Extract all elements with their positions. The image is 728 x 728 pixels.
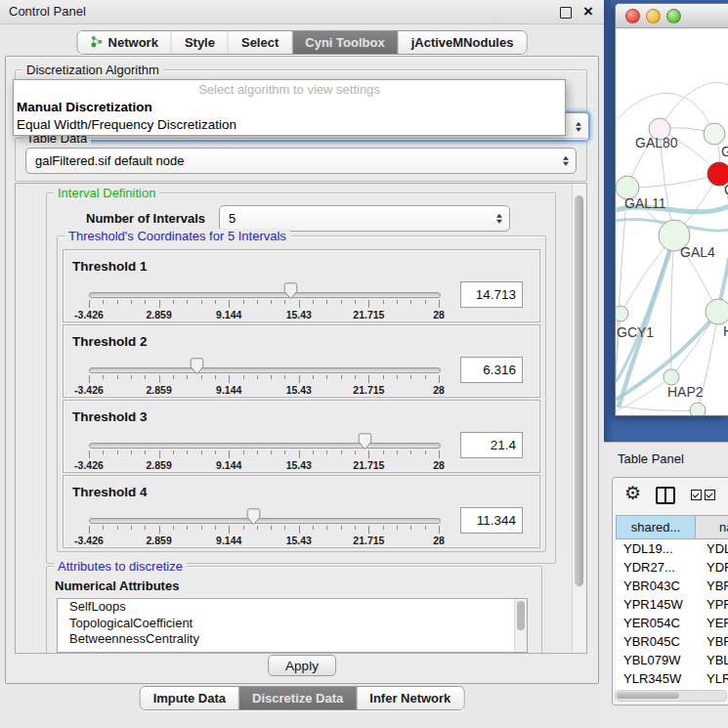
slider-thumb[interactable]: [246, 508, 261, 526]
column-header-shared-name[interactable]: shared...: [616, 515, 696, 539]
tick-mark: [425, 450, 426, 454]
table-row[interactable]: YDR27...YDR2: [616, 558, 728, 577]
network-node-gcy1[interactable]: [616, 306, 628, 321]
network-node-hap2[interactable]: [664, 369, 679, 385]
tab-infer-network[interactable]: Infer Network: [357, 687, 463, 709]
tick-label: 9.144: [216, 459, 241, 471]
split-columns-icon[interactable]: [656, 487, 675, 504]
tick-mark: [326, 526, 327, 530]
table-row[interactable]: YLR345WYLR3: [616, 669, 728, 688]
column-header-name[interactable]: na: [696, 515, 728, 539]
scrollbar-thumb[interactable]: [517, 601, 525, 630]
tab-jactivemnodules[interactable]: jActiveMNodules: [399, 31, 527, 54]
cell-name: YPR1: [702, 595, 728, 614]
tab-label: Infer Network: [369, 691, 450, 706]
table-panel-title: Table Panel: [618, 451, 684, 466]
minimize-traffic-light-icon[interactable]: [646, 9, 661, 23]
tick-mark: [257, 375, 258, 379]
table-row[interactable]: YER054CYER0: [616, 614, 728, 632]
tab-network[interactable]: Network: [78, 31, 172, 54]
slider-thumb[interactable]: [283, 282, 298, 300]
gear-icon[interactable]: ⚙: [624, 482, 641, 503]
table-row[interactable]: YPR145WYPR1: [616, 595, 728, 614]
tab-cyni-toolbox[interactable]: Cyni Toolbox: [292, 31, 398, 54]
combo-arrows-icon: [496, 213, 502, 224]
table-data-combobox[interactable]: galFiltered.sif default node: [25, 148, 577, 174]
tick-mark: [145, 375, 146, 379]
tab-select[interactable]: Select: [229, 31, 292, 54]
node-label: GA: [721, 144, 728, 159]
threshold-value-input[interactable]: 21.4: [460, 432, 523, 458]
scrollbar-thumb[interactable]: [575, 195, 583, 586]
network-edge[interactable]: [660, 82, 728, 129]
table-row[interactable]: YBR045CYBR0: [616, 632, 728, 651]
tick-mark: [89, 526, 90, 534]
apply-button[interactable]: Apply: [268, 655, 336, 676]
node-label: GAL4: [680, 244, 715, 260]
tab-label: Impute Data: [153, 691, 226, 706]
tick-mark: [284, 300, 285, 304]
network-edge[interactable]: [627, 174, 719, 188]
tick-mark: [89, 300, 90, 308]
network-node-h[interactable]: [706, 299, 728, 324]
table-row[interactable]: YBL079WYBL0: [616, 651, 728, 669]
checkbox-icon[interactable]: [691, 490, 702, 500]
table-row[interactable]: YBR043CYBR0: [616, 577, 728, 595]
network-view-window: GAL80GACGAL11GAL4GCY1HHAP2: [615, 3, 728, 416]
slider-track[interactable]: [89, 443, 441, 449]
cell-shared-name: YBL079W: [616, 651, 702, 669]
table-horizontal-scrollbar[interactable]: [615, 690, 727, 702]
pane-vertical-scrollbar[interactable]: [572, 184, 586, 653]
threshold-row-3: Threshold 3-3.4262.8599.14415.4321.71528…: [63, 400, 540, 473]
tick-label: 9.144: [216, 535, 241, 546]
tick-mark: [410, 300, 411, 304]
threshold-value-input[interactable]: 14.713: [460, 281, 523, 308]
tab-label: Style: [185, 35, 215, 50]
network-window-titlebar[interactable]: [616, 4, 728, 28]
tick-mark: [243, 375, 244, 379]
slider-track[interactable]: [89, 367, 441, 373]
tick-mark: [368, 450, 369, 458]
tab-style[interactable]: Style: [172, 31, 229, 54]
tick-label: -3.426: [74, 459, 104, 471]
tick-mark: [397, 526, 398, 530]
tick-mark: [326, 300, 327, 304]
panel-title: Control Panel: [9, 0, 86, 23]
float-window-icon[interactable]: [560, 7, 572, 19]
table-row[interactable]: YDL19...YDL1: [616, 539, 728, 558]
tab-discretize-data[interactable]: Discretize Data: [239, 687, 357, 709]
tick-mark: [383, 450, 384, 454]
zoom-traffic-light-icon[interactable]: [666, 9, 681, 23]
tick-mark: [299, 300, 300, 308]
network-node-ga[interactable]: [704, 123, 725, 145]
network-graph-canvas[interactable]: GAL80GACGAL11GAL4GCY1HHAP2: [616, 28, 728, 415]
scrollbar-thumb[interactable]: [617, 692, 679, 699]
tick-mark: [410, 375, 411, 379]
tick-mark: [229, 375, 230, 383]
dropdown-option-equal-width-frequency-discretization[interactable]: Equal Width/Frequency Discretization: [14, 116, 565, 134]
attribute-item-topologicalcoefficient[interactable]: TopologicalCoefficient: [58, 616, 527, 632]
cell-shared-name: YBR045C: [616, 632, 702, 651]
number-of-intervals-combobox[interactable]: 5: [219, 205, 510, 232]
checkbox-icon[interactable]: [705, 490, 715, 500]
slider-thumb[interactable]: [190, 358, 204, 375]
slider-track[interactable]: [89, 518, 441, 524]
threshold-value-input[interactable]: 11.344: [460, 507, 523, 534]
attribute-item-selfloops[interactable]: SelfLoops: [58, 599, 527, 616]
network-node[interactable]: [690, 403, 706, 415]
slider-thumb[interactable]: [358, 433, 372, 450]
tab-impute-data[interactable]: Impute Data: [141, 687, 239, 709]
attributes-list[interactable]: SelfLoopsTopologicalCoefficientBetweenne…: [57, 598, 528, 653]
threshold-row-2: Threshold 2-3.4262.8599.14415.4321.71528…: [63, 324, 540, 398]
dropdown-option-manual-discretization[interactable]: Manual Discretization: [14, 99, 565, 116]
threshold-label: Threshold 1: [72, 259, 148, 274]
tick-mark: [215, 450, 216, 454]
network-edge[interactable]: [616, 406, 698, 410]
tick-mark: [159, 375, 160, 383]
attributes-list-scrollbar[interactable]: [514, 599, 527, 652]
threshold-value-input[interactable]: 6.316: [460, 357, 523, 383]
slider-track[interactable]: [89, 292, 441, 298]
attribute-item-betweennesscentrality[interactable]: BetweennessCentrality: [58, 631, 527, 648]
close-icon[interactable]: ×: [583, 1, 593, 22]
close-traffic-light-icon[interactable]: [625, 9, 640, 23]
